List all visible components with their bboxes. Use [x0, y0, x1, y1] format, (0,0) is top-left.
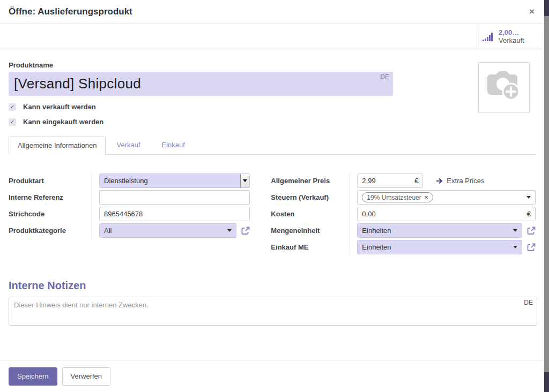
tax-tag-label: 19% Umsatzsteuer — [367, 194, 421, 201]
po-uom-value: Einheiten — [362, 243, 510, 251]
chevron-down-icon[interactable] — [513, 246, 517, 248]
bar-chart-icon — [483, 31, 494, 42]
category-select[interactable]: All — [99, 223, 236, 238]
product-type-value: Dienstleistung — [104, 177, 240, 185]
price-row: Allgemeiner Preis € Extr — [271, 172, 536, 189]
uom-external-link-icon[interactable] — [527, 227, 536, 235]
modal-header: Öffne: Auslieferungsprodukt × — [0, 0, 544, 24]
can-purchase-row: ✓ Kann eingekauft werden — [9, 118, 393, 126]
language-badge[interactable]: DE — [380, 73, 389, 81]
chevron-down-icon[interactable] — [526, 196, 531, 199]
tab-sales[interactable]: Verkauf — [106, 137, 151, 154]
uom-row: Mengeneinheit Einheiten — [271, 222, 536, 239]
internal-ref-input[interactable] — [104, 191, 245, 204]
category-label: Produktkategorie — [9, 227, 91, 235]
tab-general-information[interactable]: Allgemeine Informationen — [9, 137, 106, 155]
stat-button-bar: 2,00… Verkauft — [0, 24, 544, 49]
product-name-label: Produktname — [9, 61, 393, 69]
can-sell-checkbox[interactable]: ✓ — [9, 103, 16, 111]
uom-label: Mengeneinheit — [271, 227, 349, 235]
po-uom-row: Einkauf ME Einheiten — [271, 239, 536, 255]
can-sell-label: Kann verkauft werden — [23, 103, 96, 111]
extra-prices-button[interactable]: Extra Prices — [436, 177, 484, 185]
barcode-label: Strichcode — [9, 210, 91, 218]
po-uom-label: Einkauf ME — [271, 243, 349, 251]
can-sell-row: ✓ Kann verkauft werden — [9, 103, 393, 111]
price-field: € — [357, 174, 423, 188]
modal-dialog: Öffne: Auslieferungsprodukt × 2,00… Verk… — [0, 0, 544, 392]
product-image-upload[interactable] — [478, 62, 530, 112]
internal-notes-textarea[interactable] — [9, 297, 537, 326]
uom-select[interactable]: Einheiten — [357, 223, 522, 238]
modal-footer: Speichern Verwerfen — [0, 360, 544, 392]
internal-notes-title: Interne Notizen — [9, 280, 536, 292]
notebook-tabs: Allgemeine Informationen Verkauf Einkauf — [9, 137, 536, 155]
arrow-right-icon — [436, 178, 443, 184]
internal-ref-row: Interne Referenz — [9, 189, 250, 206]
taxes-field[interactable]: 19% Umsatzsteuer ✕ — [357, 190, 536, 205]
cost-input[interactable] — [362, 207, 523, 221]
tab-purchase[interactable]: Einkauf — [151, 137, 196, 154]
can-purchase-checkbox[interactable]: ✓ — [9, 118, 16, 126]
tax-tag-remove-icon[interactable]: ✕ — [424, 194, 428, 200]
stat-label: Verkauft — [499, 36, 524, 44]
discard-button[interactable]: Verwerfen — [62, 367, 111, 386]
cost-row: Kosten € — [271, 206, 536, 222]
product-name-input[interactable]: [Versand] Shipcloud DE — [9, 72, 393, 96]
cost-currency: € — [527, 210, 531, 218]
taxes-row: Steuern (Verkauf) 19% Umsatzsteuer ✕ — [271, 189, 536, 206]
close-icon[interactable]: × — [529, 7, 535, 16]
cost-label: Kosten — [271, 210, 349, 218]
select-dropdown-icon[interactable] — [240, 174, 249, 187]
modal-title: Öffne: Auslieferungsprodukt — [9, 6, 529, 17]
price-currency: € — [414, 177, 418, 185]
cost-field: € — [357, 207, 536, 221]
camera-plus-icon — [485, 70, 523, 105]
product-type-row: Produktart Dienstleistung — [9, 172, 250, 189]
product-type-select[interactable]: Dienstleistung — [99, 174, 250, 188]
tax-tag: 19% Umsatzsteuer ✕ — [362, 192, 433, 202]
product-name-value: [Versand] Shipcloud — [14, 76, 141, 92]
category-value: All — [104, 227, 224, 235]
chevron-down-icon[interactable] — [227, 229, 232, 232]
extra-prices-label: Extra Prices — [447, 177, 484, 185]
product-type-label: Produktart — [9, 177, 91, 185]
taxes-label: Steuern (Verkauf) — [271, 193, 349, 201]
save-button[interactable]: Speichern — [9, 367, 57, 386]
po-uom-select[interactable]: Einheiten — [357, 240, 522, 254]
chevron-down-icon[interactable] — [513, 229, 517, 232]
can-purchase-label: Kann eingekauft werden — [23, 118, 103, 126]
po-uom-external-link-icon[interactable] — [527, 243, 536, 252]
category-row: Produktkategorie All — [9, 222, 250, 239]
form-sheet: Produktname [Versand] Shipcloud DE ✓ Kan… — [0, 49, 544, 327]
stat-text: 2,00… Verkauft — [499, 28, 524, 44]
stat-value: 2,00… — [499, 28, 524, 36]
price-label: Allgemeiner Preis — [271, 177, 349, 185]
page-scrollbar[interactable] — [544, 0, 549, 392]
notes-language-badge[interactable]: DE — [524, 299, 533, 306]
barcode-row: Strichcode — [9, 206, 250, 222]
internal-ref-field — [99, 190, 250, 205]
uom-value: Einheiten — [362, 227, 510, 235]
scrollbar-thumb[interactable] — [544, 16, 549, 372]
barcode-field — [99, 207, 250, 221]
price-input[interactable] — [362, 174, 411, 187]
barcode-input[interactable] — [104, 207, 245, 221]
sold-stat-button[interactable]: 2,00… Verkauft — [477, 24, 544, 49]
category-external-link-icon[interactable] — [241, 227, 250, 235]
internal-ref-label: Interne Referenz — [9, 193, 91, 201]
